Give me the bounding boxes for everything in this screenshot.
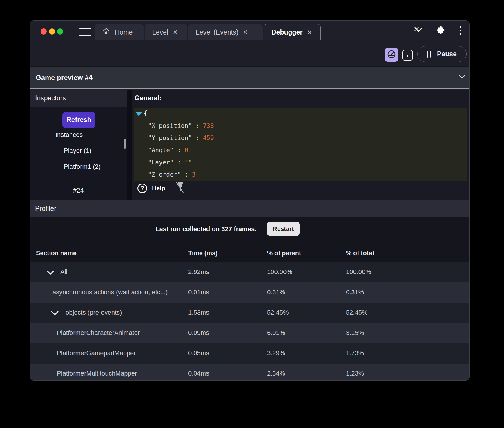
tree-item-instances[interactable]: Instances xyxy=(55,131,83,139)
profiler-body: Last run collected on 327 frames. Restar… xyxy=(30,217,469,381)
inspectors-title: Inspectors xyxy=(35,94,66,102)
tab-debugger[interactable]: Debugger ✕ xyxy=(264,24,321,40)
profiler-title: Profiler xyxy=(35,205,56,213)
game-preview-title: Game preview #4 xyxy=(36,74,93,82)
console-chevron-icon: › xyxy=(407,52,409,59)
column-header-percent-total: % of total xyxy=(346,250,374,257)
help-row: ? Help xyxy=(137,182,185,195)
zoom-window-button[interactable] xyxy=(57,28,63,35)
inspectors-header: Inspectors xyxy=(30,90,127,107)
titlebar: Home Level ✕ Level (Events) ✕ Debugger ✕ xyxy=(30,21,469,40)
profiler-status-text: Last run collected on 327 frames. xyxy=(155,225,256,233)
property-line-y: "Y position" : 459 xyxy=(148,135,214,143)
home-icon xyxy=(102,27,110,37)
collapse-triangle-icon[interactable] xyxy=(135,111,142,118)
profiler-table-header: Section name Time (ms) % of parent % of … xyxy=(30,245,469,262)
general-panel: General: { "X position" : 738 "Y positio… xyxy=(132,90,470,200)
extensions-puzzle-icon[interactable] xyxy=(436,25,446,36)
table-row: PlatformerMultitouchMapper 0.04ms 2.34% … xyxy=(30,364,469,381)
screen: Home Level ✕ Level (Events) ✕ Debugger ✕ xyxy=(0,0,504,428)
close-tab-icon[interactable]: ✕ xyxy=(173,29,178,35)
column-header-time: Time (ms) xyxy=(188,250,217,257)
tree-item-platform1[interactable]: Platform1 (2) xyxy=(64,163,101,171)
titlebar-actions xyxy=(414,21,461,40)
profiler-gauge-button[interactable] xyxy=(385,48,398,62)
tab-level-events[interactable]: Level (Events) ✕ xyxy=(188,24,263,40)
table-row: All 2.92ms 100.00% 100.00% xyxy=(30,262,469,282)
pause-label: Pause xyxy=(437,50,457,58)
close-profiler-icon[interactable]: ✕ xyxy=(414,25,420,33)
refresh-button[interactable]: Refresh xyxy=(62,112,95,128)
close-window-button[interactable] xyxy=(41,28,47,35)
pause-button[interactable]: Pause xyxy=(417,46,467,62)
tree-item-player[interactable]: Player (1) xyxy=(64,147,91,155)
table-row: asynchronous actions (wait action, etc..… xyxy=(30,282,469,303)
close-tab-icon[interactable]: ✕ xyxy=(307,30,312,35)
properties-json-view: { "X position" : 738 "Y position" : 459 … xyxy=(134,108,467,181)
tab-level[interactable]: Level ✕ xyxy=(145,24,187,40)
pause-icon xyxy=(427,51,431,58)
property-line-layer: "Layer" : "" xyxy=(148,159,192,168)
column-header-section-name: Section name xyxy=(36,250,77,257)
column-header-percent-parent: % of parent xyxy=(267,250,301,257)
chevron-down-icon[interactable] xyxy=(458,74,466,80)
debugger-content: Inspectors Refresh Instances Player (1) … xyxy=(30,90,469,200)
inspectors-panel: Inspectors Refresh Instances Player (1) … xyxy=(30,90,127,200)
tab-label: Debugger xyxy=(271,28,302,36)
property-line-angle: "Angle" : 0 xyxy=(148,147,188,155)
indent-guide xyxy=(143,121,143,179)
game-preview-header: Game preview #4 xyxy=(30,66,469,89)
tab-label: Home xyxy=(115,28,133,36)
kebab-menu-icon[interactable] xyxy=(460,26,461,35)
debugger-toolbar: › Pause xyxy=(30,40,469,66)
gauge-icon xyxy=(387,49,396,60)
table-row: objects (pre-events) 1.53ms 52.45% 52.45… xyxy=(30,303,469,323)
tab-bar: Home Level ✕ Level (Events) ✕ Debugger ✕ xyxy=(95,24,321,40)
console-button[interactable]: › xyxy=(402,50,413,61)
minimize-window-button[interactable] xyxy=(49,28,55,35)
tree-item-instance-24[interactable]: #24 xyxy=(73,187,84,194)
help-label[interactable]: Help xyxy=(152,185,165,192)
restart-button[interactable]: Restart xyxy=(267,222,300,236)
expand-chevron-icon[interactable] xyxy=(46,270,55,276)
close-tab-icon[interactable]: ✕ xyxy=(243,29,248,35)
debugger-window: Home Level ✕ Level (Events) ✕ Debugger ✕ xyxy=(30,20,470,381)
help-icon[interactable]: ? xyxy=(137,184,147,193)
hamburger-menu-icon[interactable] xyxy=(79,28,91,36)
tab-label: Level xyxy=(152,28,168,36)
table-row: PlatformerCharacterAnimator 0.09ms 6.01%… xyxy=(30,323,469,343)
inspectors-scrollbar-thumb[interactable] xyxy=(124,139,126,149)
open-brace: { xyxy=(144,110,148,117)
property-line-x: "X position" : 738 xyxy=(148,122,214,131)
tab-home[interactable]: Home xyxy=(95,24,144,40)
general-title: General: xyxy=(135,94,162,102)
table-row: PlatformerGamepadMapper 0.05ms 3.29% 1.7… xyxy=(30,343,469,364)
panel-divider xyxy=(127,90,132,200)
expand-chevron-icon[interactable] xyxy=(50,311,59,317)
tab-label: Level (Events) xyxy=(196,28,238,36)
unpin-icon[interactable] xyxy=(174,182,185,195)
profiler-header: Profiler xyxy=(30,200,469,217)
property-line-zorder: "Z order" : 3 xyxy=(148,171,195,180)
